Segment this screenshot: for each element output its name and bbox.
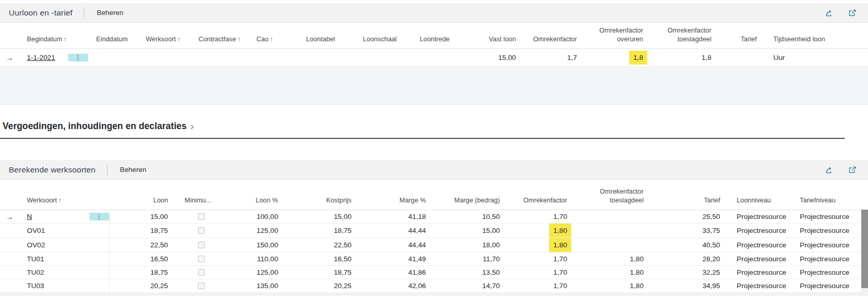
column-header-vast_loon[interactable]: Vast loon xyxy=(467,23,524,49)
minimumloon-checkbox[interactable] xyxy=(198,282,205,289)
cell-omrekenfactor_overuren[interactable]: 1,8 xyxy=(585,49,651,66)
table-row[interactable]: TU0218,75125,0018,7541,8613,501,701,8032… xyxy=(0,265,868,279)
minimumloon-checkbox[interactable] xyxy=(198,256,205,262)
cell-marge_bedrag[interactable]: 15,00 xyxy=(434,223,508,238)
cell-loonschaal[interactable] xyxy=(355,49,412,66)
minimumloon-checkbox[interactable] xyxy=(198,242,205,248)
cell-tariefniveau[interactable]: Projectresource xyxy=(791,265,855,279)
cell-marge_bedrag[interactable]: 10,50 xyxy=(434,210,508,223)
cell-contractfase[interactable] xyxy=(190,49,248,66)
cell-werksoort[interactable]: TU01 xyxy=(19,252,89,265)
column-header-omrekenfactor_overuren[interactable]: Omrekenfactor overuren xyxy=(585,23,651,49)
record-link[interactable]: 1-1-2021 xyxy=(27,54,55,61)
cell-tarief[interactable]: 34,95 xyxy=(652,279,728,292)
column-header-tarief[interactable]: Tarief xyxy=(720,23,765,49)
cell-werksoort[interactable]: TU02 xyxy=(19,265,89,279)
column-header-werksoort[interactable]: Werksoort↑ xyxy=(19,180,89,210)
cell-loonniveau[interactable]: Projectresource xyxy=(728,279,791,292)
cell-tariefniveau[interactable]: Projectresource xyxy=(791,223,855,238)
cell-loon_pct[interactable]: 150,00 xyxy=(224,238,286,252)
cell-loon_pct[interactable]: 125,00 xyxy=(224,223,286,238)
cell-tarief[interactable]: 32,25 xyxy=(652,265,728,279)
column-header-omrekenfactor_toeslagdeel[interactable]: Omrekenfactor toeslagdeel xyxy=(575,180,652,210)
cell-omrekenfactor[interactable]: 1,70 xyxy=(508,265,575,279)
cell-loonniveau[interactable]: Projectresource xyxy=(728,238,791,252)
column-header-begindatum[interactable]: Begindatum↑ xyxy=(19,23,68,49)
column-header-loontrede[interactable]: Loontrede xyxy=(412,23,467,49)
cell-tarief[interactable]: 28,20 xyxy=(652,252,728,265)
cell-kostprijs[interactable]: 18,75 xyxy=(286,265,360,279)
open-in-new-window-icon[interactable] xyxy=(848,165,857,175)
open-in-new-window-icon[interactable] xyxy=(848,8,857,18)
cell-marge_pct[interactable]: 42,06 xyxy=(360,279,434,292)
cell-loon_pct[interactable]: 125,00 xyxy=(224,265,286,279)
table-row[interactable]: →N⋮15,00100,0015,0041,1810,501,7025,50Pr… xyxy=(0,210,868,223)
cell-werksoort[interactable]: TU03 xyxy=(19,279,89,292)
cell-tarief[interactable]: 40,50 xyxy=(652,238,728,252)
cell-loonniveau[interactable]: Projectresource xyxy=(728,223,791,238)
cell-loon[interactable]: 20,25 xyxy=(109,279,176,292)
column-header-kostprijs[interactable]: Kostprijs xyxy=(286,180,360,210)
cell-omrekenfactor_toeslagdeel[interactable]: 1,80 xyxy=(575,279,652,292)
cell-omrekenfactor_toeslagdeel[interactable]: 1,80 xyxy=(575,265,652,279)
cell-einddatum[interactable] xyxy=(88,49,138,66)
cell-marge_pct[interactable]: 44,44 xyxy=(360,238,434,252)
column-header-werksoort[interactable]: Werksoort↑ xyxy=(138,23,190,49)
horizontal-scrollbar[interactable] xyxy=(0,293,868,296)
cell-marge_bedrag[interactable]: 18,00 xyxy=(434,238,508,252)
column-header-omrekenfactor[interactable]: Omrekenfactor xyxy=(508,180,575,210)
cell-omrekenfactor[interactable]: 1,80 xyxy=(508,223,575,238)
table-row[interactable]: TU0116,50110,0016,5041,4911,701,701,8028… xyxy=(0,252,868,265)
cell-werksoort[interactable]: OV02 xyxy=(19,238,89,252)
column-header-cao[interactable]: Cao↑ xyxy=(248,23,298,49)
cell-omrekenfactor[interactable]: 1,70 xyxy=(508,279,575,292)
cell-loontabel[interactable] xyxy=(298,49,355,66)
column-header-loon_pct[interactable]: Loon % xyxy=(224,180,286,210)
cell-tarief[interactable] xyxy=(720,49,765,66)
column-header-loon[interactable]: Loon xyxy=(109,180,176,210)
table-row[interactable]: TU0320,25135,0020,2542,0614,701,701,8034… xyxy=(0,279,868,292)
cell-loonniveau[interactable]: Projectresource xyxy=(728,265,791,279)
cell-loonniveau[interactable]: Projectresource xyxy=(728,252,791,265)
cell-loon[interactable]: 22,50 xyxy=(109,238,176,252)
column-header-einddatum[interactable]: Einddatum xyxy=(88,23,138,49)
cell-kostprijs[interactable]: 18,75 xyxy=(286,223,360,238)
cell-vast_loon[interactable]: 15,00 xyxy=(467,49,524,66)
cell-loon[interactable]: 18,75 xyxy=(109,223,176,238)
minimumloon-checkbox[interactable] xyxy=(198,213,205,220)
cell-tarief[interactable]: 33,75 xyxy=(652,223,728,238)
column-header-tijdseenheid_loon[interactable]: Tijdseenheid loon xyxy=(765,23,830,49)
column-header-omrekenfactor_toeslagdeel[interactable]: Omrekenfactor toeslagdeel xyxy=(651,23,720,49)
cell-tariefniveau[interactable]: Projectresource xyxy=(791,252,855,265)
cell-loon[interactable]: 16,50 xyxy=(109,252,176,265)
cell-tarief[interactable]: 25,50 xyxy=(652,210,728,223)
cell-omrekenfactor_toeslagdeel[interactable] xyxy=(575,238,652,252)
column-header-tariefniveau[interactable]: Tariefniveau xyxy=(791,180,855,210)
cell-loon_pct[interactable]: 110,00 xyxy=(224,252,286,265)
cell-loontrede[interactable] xyxy=(412,49,467,66)
row-context-menu-button[interactable]: ⋮ xyxy=(68,54,88,61)
cell-werksoort[interactable]: N xyxy=(19,210,89,223)
cell-tariefniveau[interactable]: Projectresource xyxy=(791,210,855,223)
cell-kostprijs[interactable]: 22,50 xyxy=(286,238,360,252)
table-row[interactable]: OV0118,75125,0018,7544,4415,001,8033,75P… xyxy=(0,223,868,238)
share-icon[interactable] xyxy=(825,8,834,18)
cell-tariefniveau[interactable]: Projectresource xyxy=(791,238,855,252)
column-header-contractfase[interactable]: Contractfase↑ xyxy=(190,23,248,49)
cell-werksoort[interactable]: OV01 xyxy=(19,223,89,238)
cell-marge_pct[interactable]: 41,18 xyxy=(360,210,434,223)
cell-marge_pct[interactable]: 41,49 xyxy=(360,252,434,265)
row-context-menu-button[interactable]: ⋮ xyxy=(89,213,109,220)
cell-tariefniveau[interactable]: Projectresource xyxy=(791,279,855,292)
cell-omrekenfactor_toeslagdeel[interactable]: 1,8 xyxy=(651,49,720,66)
share-icon[interactable] xyxy=(825,165,834,175)
cell-omrekenfactor_toeslagdeel[interactable] xyxy=(575,210,652,223)
vertical-scrollbar[interactable] xyxy=(861,210,868,296)
minimumloon-checkbox[interactable] xyxy=(198,269,205,276)
scrollbar-thumb[interactable] xyxy=(861,210,868,288)
column-header-marge_bedrag[interactable]: Marge (bedrag) xyxy=(434,180,508,210)
column-header-omrekenfactor[interactable]: Omrekenfactor xyxy=(524,23,585,49)
cell-omrekenfactor[interactable]: 1,70 xyxy=(508,252,575,265)
table-row[interactable]: OV0222,50150,0022,5044,4418,001,8040,50P… xyxy=(0,238,868,252)
cell-omrekenfactor[interactable]: 1,7 xyxy=(524,49,585,66)
